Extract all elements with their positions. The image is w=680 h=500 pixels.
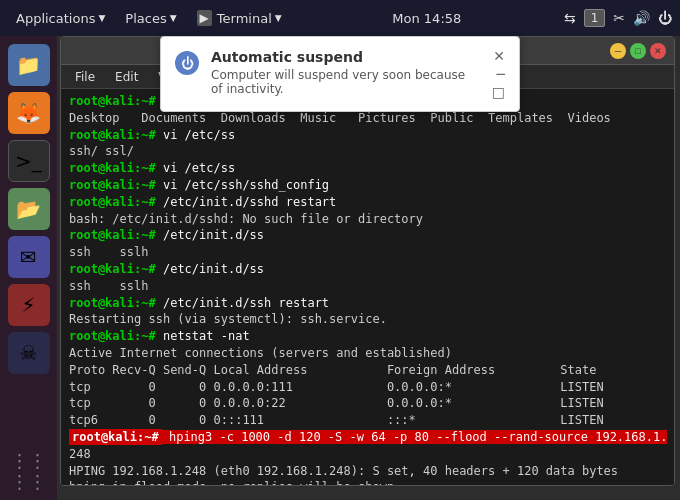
terminal-output: HPING 192.168.1.248 (eth0 192.168.1.248)…: [69, 464, 618, 478]
terminal-command: /etc/init.d/sshd restart: [156, 195, 337, 209]
terminal-output: Active Internet connections (servers and…: [69, 346, 452, 360]
terminal-output: Desktop Documents Downloads Music Pictur…: [69, 111, 611, 125]
terminal-prompt: root@kali:~#: [69, 178, 156, 192]
kali-icon[interactable]: ☠: [8, 332, 50, 374]
terminal-command: netstat -nat: [156, 329, 250, 343]
terminal-output: bash: /etc/init.d/sshd: No such file or …: [69, 212, 423, 226]
terminal-output: hping in flood mode, no replies will be …: [69, 480, 394, 485]
applications-chevron: ▼: [98, 13, 105, 23]
terminal-line: root@kali:~# vi /etc/ss: [69, 127, 666, 144]
terminal-output: tcp6 0 0 0:::111 :::* LISTEN: [69, 413, 604, 427]
notification-minimize-button[interactable]: ─: [497, 67, 505, 81]
terminal-line: ssh sslh: [69, 278, 666, 295]
system-bar-right: ⇆ 1 ✂ 🔊 ⏻: [564, 9, 672, 27]
system-bar: Applications ▼ Places ▼ ▶ Terminal ▼ Mon…: [0, 0, 680, 36]
terminal-line: Desktop Documents Downloads Music Pictur…: [69, 110, 666, 127]
terminal-output: ssh sslh: [69, 245, 148, 259]
applications-label: Applications: [16, 11, 95, 26]
terminal-menu-label: Terminal: [217, 11, 272, 26]
files-icon[interactable]: 📂: [8, 188, 50, 230]
terminal-line: tcp 0 0 0.0.0.0:111 0.0.0.0:* LISTEN: [69, 379, 666, 396]
terminal-prompt-highlight: root@kali:~#: [69, 429, 162, 445]
terminal-output: tcp 0 0 0.0.0.0:22 0.0.0.0:* LISTEN: [69, 396, 604, 410]
terminal-prompt: root@kali:~#: [69, 161, 156, 175]
notification-maximize-button[interactable]: □: [492, 85, 505, 99]
terminal-output: Proto Recv-Q Send-Q Local Address Foreig…: [69, 363, 596, 377]
terminal-output: ssh sslh: [69, 279, 148, 293]
notification-popup: ⏻ Automatic suspend Computer will suspen…: [160, 36, 520, 112]
terminal-wm-buttons: ─ □ ✕: [610, 43, 666, 59]
notification-icon: ⏻: [175, 51, 199, 75]
terminal-body[interactable]: root@kali:~# lsDesktop Documents Downloa…: [61, 89, 674, 485]
terminal-output: 248: [69, 447, 91, 461]
terminal-line: root@kali:~# /etc/init.d/ss: [69, 261, 666, 278]
notification-close-button[interactable]: ✕: [493, 49, 505, 63]
terminal-line: root@kali:~# vi /etc/ss: [69, 160, 666, 177]
terminal-line: Active Internet connections (servers and…: [69, 345, 666, 362]
terminal-prompt: root@kali:~#: [69, 94, 156, 108]
terminal-line: tcp 0 0 0.0.0.0:22 0.0.0.0:* LISTEN: [69, 395, 666, 412]
notification-title: Automatic suspend: [211, 49, 480, 65]
terminal-prompt: root@kali:~#: [69, 296, 156, 310]
terminal-line: bash: /etc/init.d/sshd: No such file or …: [69, 211, 666, 228]
sidebar-apps-grid[interactable]: ⋮⋮⋮⋮: [8, 450, 50, 492]
terminal-menu[interactable]: ▶ Terminal ▼: [189, 8, 290, 28]
sidebar: 📁🦊>_📂✉⚡☠⋮⋮⋮⋮: [0, 36, 58, 500]
terminal-line: Proto Recv-Q Send-Q Local Address Foreig…: [69, 362, 666, 379]
terminal-line: ssh sslh: [69, 244, 666, 261]
system-clock: Mon 14:58: [392, 11, 461, 26]
terminal-highlight-line: root@kali:~# hping3 -c 1000 -d 120 -S -w…: [69, 429, 666, 446]
notification-body: Computer will suspend very soon because …: [211, 68, 480, 96]
terminal-line: root@kali:~# /etc/init.d/ss: [69, 227, 666, 244]
power-icon[interactable]: ⏻: [658, 10, 672, 26]
terminal-line: root@kali:~# /etc/init.d/ssh restart: [69, 295, 666, 312]
terminal-command: /etc/init.d/ssh restart: [156, 296, 329, 310]
terminal-command: vi /etc/ss: [156, 161, 235, 175]
notification-icon-char: ⏻: [181, 56, 194, 71]
terminal-output: ssh/ ssl/: [69, 144, 134, 158]
screenshot-icon[interactable]: ✂: [613, 10, 625, 26]
places-chevron: ▼: [170, 13, 177, 23]
terminal-prompt: root@kali:~#: [69, 329, 156, 343]
terminal-line: hping in flood mode, no replies will be …: [69, 479, 666, 485]
terminal-menu-icon: ▶: [197, 10, 212, 26]
workspaces-badge[interactable]: 1: [584, 9, 606, 27]
volume-icon[interactable]: 🔊: [633, 10, 650, 26]
terminal-command: vi /etc/ss: [156, 128, 235, 142]
terminal-line: 248: [69, 446, 666, 463]
terminal-prompt: root@kali:~#: [69, 262, 156, 276]
terminal-prompt: root@kali:~#: [69, 128, 156, 142]
burpsuite-icon[interactable]: ⚡: [8, 284, 50, 326]
terminal-minimize-button[interactable]: ─: [610, 43, 626, 59]
terminal-icon[interactable]: >_: [8, 140, 50, 182]
terminal-close-button[interactable]: ✕: [650, 43, 666, 59]
applications-menu[interactable]: Applications ▼: [8, 9, 113, 28]
terminal-chevron: ▼: [275, 13, 282, 23]
terminal-command: vi /etc/ssh/sshd_config: [156, 178, 329, 192]
terminal-maximize-button[interactable]: □: [630, 43, 646, 59]
terminal-command: /etc/init.d/ss: [156, 228, 264, 242]
system-bar-left: Applications ▼ Places ▼ ▶ Terminal ▼: [8, 8, 290, 28]
terminal-line: tcp6 0 0 0:::111 :::* LISTEN: [69, 412, 666, 429]
terminal-line: Restarting ssh (via systemctl): ssh.serv…: [69, 311, 666, 328]
terminal-line: root@kali:~# netstat -nat: [69, 328, 666, 345]
terminal-line: root@kali:~# /etc/init.d/sshd restart: [69, 194, 666, 211]
places-label: Places: [125, 11, 166, 26]
places-menu[interactable]: Places ▼: [117, 9, 184, 28]
email-icon[interactable]: ✉: [8, 236, 50, 278]
file-manager-icon[interactable]: 📁: [8, 44, 50, 86]
terminal-output: tcp 0 0 0.0.0.0:111 0.0.0.0:* LISTEN: [69, 380, 604, 394]
terminal-command-highlight: hping3 -c 1000 -d 120 -S -w 64 -p 80 --f…: [162, 430, 668, 444]
terminal-prompt: root@kali:~#: [69, 195, 156, 209]
notification-content: Automatic suspend Computer will suspend …: [211, 49, 480, 96]
notification-controls: ✕ ─ □: [492, 49, 505, 99]
terminal-output: Restarting ssh (via systemctl): ssh.serv…: [69, 312, 387, 326]
terminal-command: /etc/init.d/ss: [156, 262, 264, 276]
network-icon[interactable]: ⇆: [564, 10, 576, 26]
terminal-line: root@kali:~# vi /etc/ssh/sshd_config: [69, 177, 666, 194]
menu-file[interactable]: File: [67, 68, 103, 86]
terminal-line: ssh/ ssl/: [69, 143, 666, 160]
menu-edit[interactable]: Edit: [107, 68, 146, 86]
terminal-line: HPING 192.168.1.248 (eth0 192.168.1.248)…: [69, 463, 666, 480]
firefox-icon[interactable]: 🦊: [8, 92, 50, 134]
